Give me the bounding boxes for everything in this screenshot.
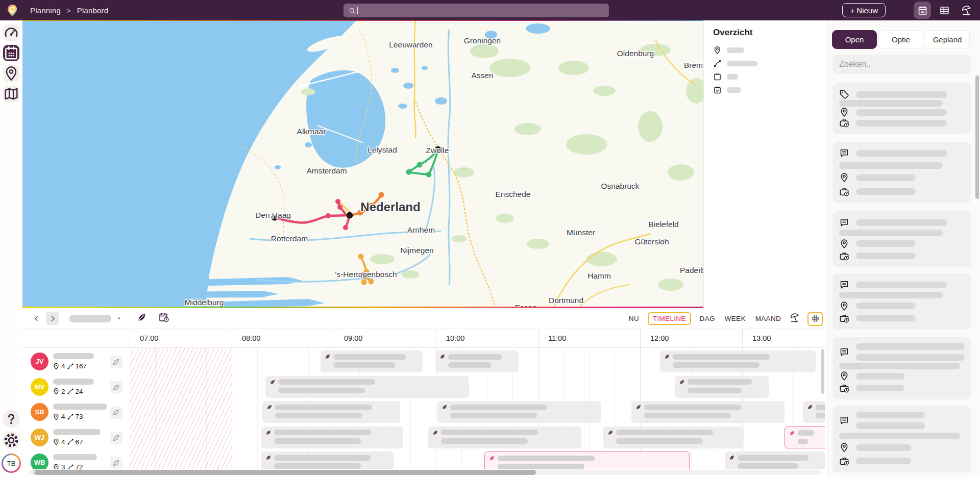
route-icon — [67, 413, 74, 420]
new-button[interactable]: + Nieuw — [842, 3, 886, 17]
right-panel: Open Optie Gepland — [827, 20, 980, 477]
view-button-nu[interactable]: NU — [628, 313, 640, 324]
map-label: Hamm — [587, 271, 611, 280]
order-card[interactable] — [832, 273, 971, 330]
breadcrumb-page[interactable]: Planbord — [77, 6, 109, 15]
planned-trip-event[interactable] — [631, 401, 785, 423]
planned-trip-event[interactable] — [675, 376, 769, 398]
view-button-maand[interactable]: MAAND — [754, 313, 782, 324]
planned-trip-event[interactable] — [435, 350, 519, 372]
app-logo-icon — [6, 4, 19, 17]
tab-optie[interactable]: Optie — [878, 30, 923, 49]
route-icon — [713, 59, 722, 68]
comment-icon — [839, 280, 849, 290]
user-avatar[interactable]: TB — [2, 454, 21, 473]
timeline-row: MV 2 24 — [22, 374, 825, 399]
sidebar-item-map[interactable] — [3, 86, 19, 102]
topbar-icon-group — [914, 0, 975, 20]
hour-label: 07:00 — [140, 334, 158, 342]
timeline-hscroll-thumb[interactable] — [34, 470, 536, 475]
timeline-hours-header: 07:0008:0009:0010:0011:0012:0013:00 — [22, 329, 827, 348]
eco-mode-button[interactable] — [137, 312, 147, 324]
case-clock-icon — [839, 251, 849, 261]
planned-trip-event[interactable] — [262, 401, 400, 423]
planned-trip-event[interactable] — [261, 426, 403, 448]
hour-label: 12:00 — [650, 334, 669, 342]
timeline-horizontal-scrollbar — [29, 470, 821, 475]
planned-trip-event[interactable] — [725, 451, 825, 469]
order-card[interactable] — [832, 406, 971, 472]
eco-leaf-button[interactable] — [110, 381, 122, 394]
timeline-row: WB 3 72 — [22, 450, 825, 469]
planned-trip-event[interactable] — [603, 426, 744, 448]
leave-filter-button[interactable] — [790, 313, 800, 325]
prev-day-button[interactable] — [30, 312, 43, 325]
settings-button[interactable] — [3, 432, 20, 449]
planboard-calendar-icon-button[interactable] — [914, 2, 931, 19]
planned-trip-event[interactable] — [265, 376, 469, 398]
order-card[interactable] — [832, 337, 971, 399]
planned-trip-event[interactable] — [321, 350, 423, 372]
leave-umbrella-icon-button[interactable] — [958, 2, 975, 19]
planned-trip-event[interactable] — [428, 426, 581, 448]
next-day-button[interactable] — [46, 312, 59, 325]
resource-label: JV 4 167 — [22, 349, 130, 374]
map-label: Arnhem — [407, 225, 435, 234]
view-button-week[interactable]: WEEK — [724, 313, 747, 324]
order-card-list — [832, 83, 971, 477]
tab-open[interactable]: Open — [832, 30, 877, 49]
planned-trip-event[interactable] — [660, 350, 816, 372]
order-card[interactable] — [832, 142, 971, 203]
global-search[interactable] — [344, 4, 609, 17]
calendar-schedule-button[interactable] — [158, 312, 169, 325]
order-card[interactable] — [832, 83, 971, 134]
tab-gepland[interactable]: Gepland — [925, 30, 970, 49]
resource-name-skeleton — [53, 454, 97, 460]
order-card[interactable] — [832, 211, 971, 267]
case-clock-icon — [839, 313, 849, 323]
leaf-icon — [807, 404, 813, 410]
breadcrumb-section[interactable]: Planning — [30, 6, 61, 15]
group-select-dropdown[interactable] — [69, 315, 122, 322]
leaf-icon — [664, 354, 670, 360]
right-panel-scrollbar[interactable] — [975, 76, 979, 199]
planned-trip-event[interactable] — [484, 451, 690, 469]
planned-trip-event[interactable] — [261, 451, 394, 469]
eco-leaf-button[interactable] — [110, 457, 122, 469]
dashboard-icon — [3, 24, 19, 41]
map-label: Nederland — [360, 200, 420, 214]
table-view-icon-button[interactable] — [936, 2, 953, 19]
planned-trip-event[interactable] — [437, 401, 601, 423]
view-button-dag[interactable]: DAG — [699, 313, 716, 324]
case-clock-icon — [839, 187, 849, 197]
planned-trip-event[interactable] — [803, 401, 825, 423]
timeline-row: SB 4 73 — [22, 399, 825, 424]
sidebar-item-dashboard[interactable] — [3, 24, 19, 41]
timeline-toolbar: NUTIMELINEDAGWEEKMAAND — [22, 308, 827, 329]
map-label: Oldenburg — [617, 49, 654, 58]
case-clock-icon — [839, 118, 849, 128]
timeline-settings-button[interactable] — [807, 312, 823, 326]
overview-title: Overzicht — [713, 28, 827, 38]
left-sidebar: TB — [0, 20, 22, 477]
view-button-timeline[interactable]: TIMELINE — [648, 312, 691, 325]
planned-trip-event[interactable] — [785, 426, 825, 448]
sidebar-item-planboard[interactable] — [3, 45, 19, 61]
sidebar-item-locations[interactable] — [3, 65, 19, 82]
global-search-input[interactable] — [361, 7, 604, 15]
map-netherlands: LeeuwardenGroningenOldenburgAssenBremenA… — [22, 19, 703, 308]
eco-leaf-button[interactable] — [110, 406, 122, 419]
breadcrumb: Planning > Planbord — [30, 6, 108, 15]
hour-label: 08:00 — [242, 334, 260, 342]
eco-leaf-button[interactable] — [110, 356, 122, 368]
eco-leaf-button[interactable] — [110, 432, 122, 444]
user-avatar-initials: TB — [3, 455, 19, 471]
map-canvas[interactable]: LeeuwardenGroningenOldenburgAssenBremenA… — [22, 19, 703, 308]
map-icon — [3, 86, 19, 102]
distance-value: 167 — [76, 362, 87, 370]
map-label: Bielefeld — [648, 220, 678, 229]
help-button[interactable] — [3, 410, 20, 428]
panel-search-input[interactable] — [832, 55, 971, 74]
map-label: Leeuwarden — [389, 40, 432, 49]
map-label: Bremen — [684, 61, 703, 69]
